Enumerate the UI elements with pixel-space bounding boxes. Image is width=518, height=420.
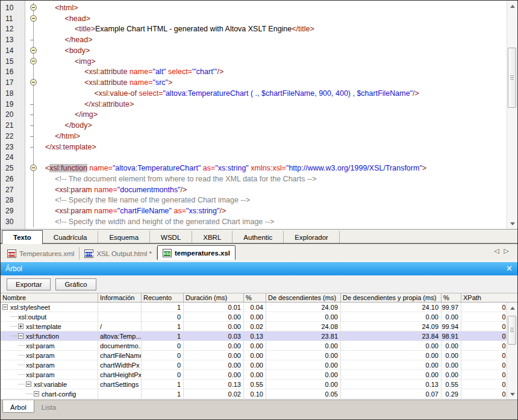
tab-cuadrícula[interactable]: Cuadrícula [43, 231, 99, 243]
tab-texto[interactable]: Texto [2, 230, 43, 244]
fold-collapse-icon[interactable] [30, 165, 37, 171]
code-line[interactable]: 26<!-- The document element from where t… [1, 174, 507, 184]
table-row[interactable]: chart-config10.020.100.050.070.290.00 [1, 389, 517, 399]
bottom-tab-lista[interactable]: Lista [34, 400, 63, 413]
value-cell: 0.00 [184, 322, 244, 331]
fold-collapse-icon[interactable] [30, 79, 37, 86]
table-scrollbar-thumb[interactable] [508, 316, 516, 345]
collapse-icon[interactable] [2, 304, 8, 310]
code-line[interactable]: 18<xsl:value-of select="altova:Temperatu… [1, 88, 507, 99]
collapse-icon[interactable] [18, 333, 23, 339]
editor-vertical-scrollbar[interactable] [507, 1, 517, 229]
table-row[interactable]: xsl:variablechartSettings10.130.550.000.… [1, 380, 517, 389]
code-line[interactable]: 10<html> [1, 2, 507, 13]
scroll-down-icon[interactable] [508, 389, 517, 399]
exportar-button[interactable]: Exportar [7, 278, 51, 290]
file-tab[interactable]: XMLTemperatures.xml [2, 247, 80, 260]
table-row[interactable]: xsl:paramchartHeightPx00.000.000.000.000… [1, 370, 517, 380]
file-tab[interactable]: XSLtemperatures.xsl [157, 245, 236, 260]
table-vertical-scrollbar[interactable] [507, 302, 517, 400]
value-cell: 0.00 [266, 360, 341, 370]
collapse-icon[interactable] [34, 391, 39, 396]
code-line[interactable]: 12<title>Example Chart HTML - generated … [1, 24, 507, 35]
file-tab-scroll-arrows[interactable]: ◁▷ [494, 247, 514, 255]
fold-collapse-icon[interactable] [30, 47, 37, 54]
gráfico-button[interactable]: Gráfico [55, 278, 96, 290]
tree-connector [18, 374, 25, 375]
code-line[interactable]: 24 [1, 152, 507, 163]
value-cell: 1 [142, 302, 184, 312]
tab-esquema[interactable]: Esquema [98, 231, 150, 243]
column-header[interactable]: % [442, 293, 461, 302]
value-cell: 0.00 [341, 341, 442, 351]
table-row[interactable]: xsl:paramchartWidthPx00.000.000.000.000.… [1, 360, 517, 370]
column-header[interactable]: Información [98, 293, 142, 302]
code-line[interactable]: 17<xsl:attribute name="src"> [1, 77, 507, 88]
tree-connector [26, 393, 33, 394]
table-row[interactable]: xsl:paramdocumentmo...00.000.000.000.000… [1, 341, 517, 351]
value-cell: 0 [142, 370, 184, 380]
code-text: <html> [42, 4, 78, 12]
close-icon[interactable]: ✕ [506, 264, 513, 273]
scroll-up-icon[interactable] [508, 1, 517, 11]
value-cell: 0.13 [244, 331, 266, 341]
code-line[interactable]: 27<xsl:param name="documentmonths"/> [1, 184, 507, 195]
code-editor[interactable]: 10<html>11<head>12<title>Example Chart H… [1, 1, 517, 230]
scroll-down-icon[interactable] [508, 219, 517, 228]
info-cell: altova:Temp... [98, 331, 142, 341]
value-cell: 0.00 [244, 312, 266, 322]
fold-collapse-icon[interactable] [30, 4, 37, 11]
tab-authentic[interactable]: Authentic [232, 231, 284, 243]
code-line[interactable]: 20</img> [1, 110, 507, 121]
tab-wsdl[interactable]: WSDL [150, 231, 192, 243]
collapse-icon[interactable] [26, 381, 31, 387]
column-header[interactable]: % [244, 293, 266, 302]
column-header[interactable]: Nombre [1, 293, 98, 302]
code-text: <!-- Specify the width and height of the… [42, 218, 274, 226]
fold-end-tick [30, 40, 34, 40]
code-line[interactable]: 11<head> [1, 13, 507, 24]
code-line[interactable]: 13</head> [1, 34, 507, 45]
table-header[interactable]: NombreInformaciónRecuentoDuración (ms)%D… [1, 293, 517, 302]
code-line[interactable]: 19</xsl:attribute> [1, 99, 507, 110]
column-header[interactable]: Recuento [142, 293, 184, 302]
file-tab[interactable]: HTMXSL Output.html * [80, 247, 157, 260]
code-text: <head> [42, 14, 90, 23]
output-tab-bar: ÁrbolLista [1, 400, 517, 420]
expand-icon[interactable] [18, 324, 23, 329]
code-line[interactable]: 25<xsl:function name="altova:Temperature… [1, 163, 507, 174]
tab-xbrl[interactable]: XBRL [192, 231, 232, 243]
code-area[interactable]: 10<html>11<head>12<title>Example Chart H… [1, 2, 507, 227]
value-cell: 1 [142, 389, 184, 399]
name-cell: xsl:param [1, 341, 98, 351]
column-header[interactable]: XPath [461, 293, 517, 302]
code-line[interactable]: 22</html> [1, 131, 507, 142]
code-line[interactable]: 23</xsl:template> [1, 142, 507, 152]
code-line[interactable]: 21</body> [1, 120, 507, 131]
tree-connector [10, 316, 17, 317]
value-cell: 0.00 [244, 341, 266, 351]
code-line[interactable]: 14<body> [1, 45, 507, 56]
table-row[interactable]: xsl:stylesheet10.010.0424.0924.1099.970.… [1, 302, 517, 312]
code-line[interactable]: 30<!-- Specify the width and height of t… [1, 216, 507, 227]
tab-explorador[interactable]: Explorador [284, 231, 340, 243]
column-header[interactable]: Duración (ms) [184, 293, 244, 302]
fold-collapse-icon[interactable] [30, 15, 37, 22]
fold-collapse-icon[interactable] [30, 58, 37, 64]
tree-connector [10, 326, 17, 327]
code-line[interactable]: 15<img> [1, 56, 507, 67]
scroll-up-icon[interactable] [508, 303, 517, 313]
table-row[interactable]: xsl:paramchartFileName00.000.000.000.000… [1, 351, 517, 360]
code-line[interactable]: 16<xsl:attribute name="alt" select="'cha… [1, 67, 507, 78]
code-line[interactable]: 29<xsl:param name="chartFileName" as="xs… [1, 205, 507, 216]
code-line[interactable]: 28<!-- Specify the file name of the gene… [1, 195, 507, 206]
table-row[interactable]: xsl:output00.000.000.000.000.000.00 [1, 312, 517, 322]
column-header[interactable]: De descendientes (ms) [266, 293, 341, 302]
table-row[interactable]: xsl:functionaltova:Temp...10.030.1323.81… [1, 331, 517, 341]
editor-scrollbar-thumb[interactable] [508, 48, 516, 108]
code-text: <!-- The document element from where to … [42, 175, 317, 183]
table-row[interactable]: xsl:template/10.000.0224.0824.0999.940.0… [1, 322, 517, 331]
column-header[interactable]: De descendientes y propia (ms) [341, 293, 442, 302]
fold-column [25, 13, 42, 24]
bottom-tab-árbol[interactable]: Árbol [2, 400, 34, 413]
